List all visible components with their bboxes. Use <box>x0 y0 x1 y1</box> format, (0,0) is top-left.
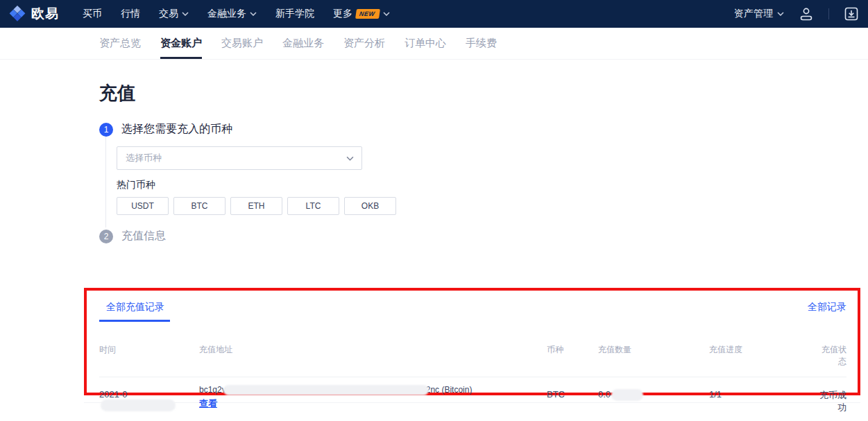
cell-amount: 0.0 <box>598 385 709 401</box>
redacted-blur <box>223 385 429 395</box>
coin-button-usdt[interactable]: USDT <box>117 197 169 215</box>
coin-button-btc[interactable]: BTC <box>173 197 225 215</box>
cell-progress: 1/1 <box>709 385 817 399</box>
okx-logo[interactable]: 欧易 <box>8 5 59 23</box>
coin-button-ltc[interactable]: LTC <box>287 197 339 215</box>
col-header-progress: 充值进度 <box>709 344 817 368</box>
assets-sub-navigation: 资产总览 资金账户 交易账户 金融业务 资产分析 订单中心 手续费 <box>0 28 868 60</box>
coin-button-eth[interactable]: ETH <box>230 197 282 215</box>
nav-item-more[interactable]: 更多 NEW <box>333 8 390 20</box>
page-title: 充值 <box>99 81 868 105</box>
nav-item-buy-crypto[interactable]: 买币 <box>83 8 102 20</box>
coin-select-placeholder: 选择币种 <box>126 152 162 164</box>
records-header: 全部充值记录 全部记录 <box>99 300 846 322</box>
tab-fees[interactable]: 手续费 <box>466 28 497 59</box>
chevron-down-icon <box>182 12 189 16</box>
deposit-address: bc1q2v2nc (Bitcoin) <box>199 385 547 395</box>
nav-item-trade[interactable]: 交易 <box>159 8 189 20</box>
all-deposit-records-label: 全部充值记录 <box>99 300 171 313</box>
col-header-time: 时间 <box>99 344 199 368</box>
all-records-link[interactable]: 全部记录 <box>808 301 846 313</box>
tab-order-center[interactable]: 订单中心 <box>405 28 446 59</box>
col-header-amount: 充值数量 <box>598 344 709 368</box>
new-badge: NEW <box>355 9 380 19</box>
active-tab-underline <box>99 320 170 322</box>
view-link[interactable]: 查看 <box>199 397 217 410</box>
cell-time: 2021-0 <box>99 385 199 411</box>
hot-coins-label: 热门币种 <box>117 179 868 191</box>
user-profile-icon[interactable] <box>799 6 813 22</box>
table-row: 2021-0 bc1q2v2nc (Bitcoin) 查看 BTC 0.0 1/… <box>99 377 846 414</box>
step-1-header: 1 选择您需要充入的币种 <box>99 122 868 137</box>
okx-diamond-icon <box>8 5 26 23</box>
nav-item-academy[interactable]: 新手学院 <box>275 8 314 20</box>
download-app-icon[interactable] <box>844 7 858 21</box>
brand-name: 欧易 <box>31 5 59 23</box>
step-2-header: 2 充值信息 <box>99 229 868 243</box>
step-2-label: 充值信息 <box>121 229 166 243</box>
chevron-down-icon <box>346 156 353 160</box>
tab-assets-overview[interactable]: 资产总览 <box>99 28 141 59</box>
chevron-down-icon <box>383 12 390 16</box>
tab-trading-account[interactable]: 交易账户 <box>221 28 263 59</box>
top-nav-menu: 买币 行情 交易 金融业务 新手学院 更多 NEW <box>83 8 390 20</box>
col-header-address: 充值地址 <box>199 344 547 368</box>
records-table-header: 时间 充值地址 币种 充值数量 充值进度 充值状态 <box>99 344 846 368</box>
nav-item-markets[interactable]: 行情 <box>121 8 140 20</box>
coin-button-okb[interactable]: OKB <box>344 197 396 215</box>
step-1-number: 1 <box>99 123 113 137</box>
redacted-blur <box>101 399 176 411</box>
step-2-number: 2 <box>99 230 113 243</box>
chevron-down-icon <box>250 12 257 16</box>
coin-select-dropdown[interactable]: 选择币种 <box>117 146 362 170</box>
step-1-label: 选择您需要充入的币种 <box>121 122 232 137</box>
step-1-body: 选择币种 热门币种 USDT BTC ETH LTC OKB <box>105 137 868 227</box>
col-header-status: 充值状态 <box>817 344 846 368</box>
redacted-blur <box>611 389 643 401</box>
chevron-down-icon <box>777 12 784 16</box>
top-navigation-bar: 欧易 买币 行情 交易 金融业务 新手学院 更多 NEW 资产管理 <box>0 0 868 28</box>
deposit-records-section-highlight: 全部充值记录 全部记录 时间 充值地址 币种 充值数量 充值进度 充值状态 20… <box>84 288 860 395</box>
col-header-coin: 币种 <box>547 344 598 368</box>
hot-coins-row: USDT BTC ETH LTC OKB <box>117 197 868 215</box>
tab-asset-analysis[interactable]: 资产分析 <box>343 28 385 59</box>
cell-coin: BTC <box>547 385 598 399</box>
tab-funding-account[interactable]: 资金账户 <box>160 28 202 59</box>
tab-all-deposit-records[interactable]: 全部充值记录 <box>99 300 171 322</box>
cell-address: bc1q2v2nc (Bitcoin) 查看 <box>199 385 547 410</box>
tab-finance[interactable]: 金融业务 <box>282 28 324 59</box>
deposit-main-area: 充值 1 选择您需要充入的币种 选择币种 热门币种 USDT BTC ETH L… <box>0 81 868 243</box>
cell-status: 充币成功 <box>817 385 846 414</box>
asset-management-menu[interactable]: 资产管理 <box>734 8 784 20</box>
top-nav-right: 资产管理 <box>734 6 858 22</box>
nav-item-finance[interactable]: 金融业务 <box>207 8 257 20</box>
divider <box>828 8 829 19</box>
